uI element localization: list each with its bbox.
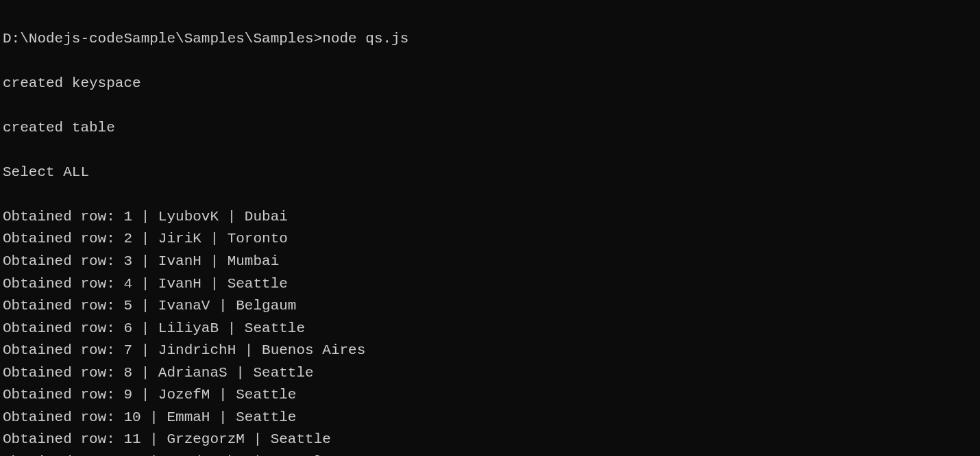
- output-row: Obtained row: 5 | IvanaV | Belgaum: [3, 295, 977, 318]
- command-text: node qs.js: [322, 31, 408, 47]
- output-row: Obtained row: 11 | GrzegorzM | Seattle: [3, 429, 977, 451]
- output-row: Obtained row: 8 | AdrianaS | Seattle: [3, 362, 977, 385]
- output-rows-container: Obtained row: 1 | LyubovK | DubaiObtaine…: [3, 206, 977, 456]
- output-row: Obtained row: 9 | JozefM | Seattle: [3, 384, 977, 407]
- output-row: Obtained row: 7 | JindrichH | Buenos Air…: [3, 340, 977, 362]
- command-prompt-line: D:\Nodejs-codeSample\Samples\Samples>nod…: [3, 28, 977, 51]
- output-row: Obtained row: 3 | IvanH | Mumbai: [3, 251, 977, 273]
- output-created-table: created table: [3, 117, 977, 140]
- prompt-path: D:\Nodejs-codeSample\Samples\Samples>: [3, 31, 322, 47]
- output-row: Obtained row: 10 | EmmaH | Seattle: [3, 407, 977, 429]
- output-select-all: Select ALL: [3, 162, 977, 184]
- output-created-keyspace: created keyspace: [3, 73, 977, 95]
- output-row: Obtained row: 2 | JiriK | Toronto: [3, 228, 977, 251]
- terminal-output: D:\Nodejs-codeSample\Samples\Samples>nod…: [3, 5, 977, 456]
- output-row: Obtained row: 12 | FryderykK | Seattle: [3, 451, 977, 456]
- output-row: Obtained row: 4 | IvanH | Seattle: [3, 273, 977, 296]
- output-row: Obtained row: 1 | LyubovK | Dubai: [3, 206, 977, 229]
- output-row: Obtained row: 6 | LiliyaB | Seattle: [3, 318, 977, 340]
